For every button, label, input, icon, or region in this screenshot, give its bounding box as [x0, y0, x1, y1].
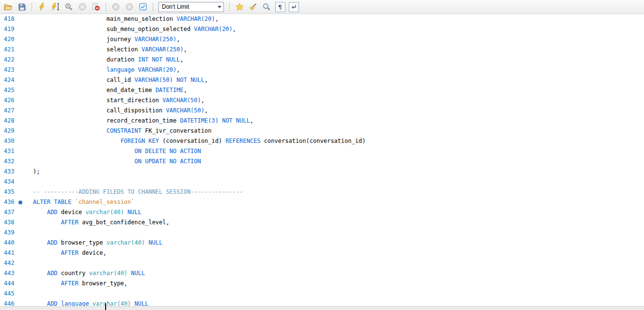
- limit-rows-dropdown[interactable]: Don't Limit: [158, 2, 224, 12]
- execute-statement-button[interactable]: [49, 1, 62, 13]
- commit-button[interactable]: [110, 1, 122, 13]
- code-line[interactable]: 423 language VARCHAR(20),: [0, 65, 644, 75]
- code-token: ,: [215, 16, 219, 22]
- execute-script-button[interactable]: [35, 1, 48, 13]
- code-token: ,: [250, 117, 253, 124]
- code-line[interactable]: 445: [0, 289, 644, 299]
- save-script-button[interactable]: [16, 1, 28, 13]
- rollback-button[interactable]: [123, 1, 136, 13]
- code-token: end_date_time: [107, 87, 156, 93]
- stop-on-error-toggle[interactable]: [90, 1, 102, 13]
- code-token: browser_type,: [79, 280, 127, 287]
- code-editor[interactable]: 418 main_menu_selection VARCHAR(20),419 …: [0, 14, 644, 310]
- code-line[interactable]: 421 selection VARCHAR(250),: [0, 45, 644, 55]
- code-line[interactable]: 443 ADD country varchar(40) NULL: [0, 268, 644, 279]
- code-text: start_direction VARCHAR(50),: [33, 95, 204, 106]
- code-line[interactable]: 440 ADD browser_type varchar(40) NULL: [0, 238, 644, 248]
- code-line[interactable]: 442: [0, 258, 644, 268]
- line-number: 423: [0, 65, 15, 75]
- stop-execution-icon: [79, 3, 86, 11]
- code-token: varchar(40): [89, 270, 127, 277]
- code-token: ADD: [47, 239, 58, 246]
- code-token: VARCHAR(50): [135, 77, 173, 83]
- code-text: -- ----------ADDING FILEDS TO CHANNEL SE…: [33, 187, 243, 197]
- line-number: 443: [0, 268, 15, 279]
- line-number: 419: [0, 24, 15, 34]
- code-token: -- ----------ADDING FILEDS TO CHANNEL SE…: [33, 188, 243, 195]
- code-text: call_disposition VARCHAR(50),: [33, 106, 208, 116]
- line-number: 424: [0, 75, 15, 85]
- code-text: ON DELETE NO ACTION: [33, 146, 201, 156]
- wrap-text-toggle[interactable]: [287, 1, 300, 13]
- code-line[interactable]: 432 ON UPDATE NO ACTION: [0, 156, 644, 167]
- line-marker-gutter: [15, 14, 33, 24]
- code-line[interactable]: 431 ON DELETE NO ACTION: [0, 146, 644, 156]
- explain-plan-button[interactable]: [63, 1, 75, 13]
- code-line[interactable]: 429 CONSTRAINT FK_ivr_conversation: [0, 126, 644, 136]
- limit-rows-value: Don't Limit: [162, 3, 189, 10]
- code-token: ,: [204, 77, 208, 83]
- line-marker-gutter: [15, 258, 33, 268]
- toolbar-separator: [229, 2, 230, 11]
- code-text: FOREIGN KEY (conversation_id) REFERENCES…: [33, 136, 365, 146]
- code-line[interactable]: 418 main_menu_selection VARCHAR(20),: [0, 14, 644, 24]
- code-line[interactable]: 436ALTER TABLE `channel_session`: [0, 197, 644, 207]
- find-button[interactable]: [260, 1, 273, 13]
- code-line[interactable]: 441 AFTER device,: [0, 248, 644, 258]
- code-token: VARCHAR(20): [176, 16, 215, 22]
- code-line[interactable]: 426 start_direction VARCHAR(50),: [0, 95, 644, 106]
- code-text: AFTER device,: [33, 248, 107, 258]
- code-text: duration INT NOT NULL,: [33, 55, 184, 65]
- code-line[interactable]: 425 end_date_time DATETIME,: [0, 85, 644, 95]
- code-text: );: [33, 167, 40, 177]
- explain-plan-icon: [65, 3, 73, 11]
- code-line[interactable]: 424 call_id VARCHAR(50) NOT NULL,: [0, 75, 644, 85]
- code-token: journey: [107, 36, 135, 43]
- code-token: `channel_session`: [75, 199, 135, 205]
- code-line[interactable]: 427 call_disposition VARCHAR(50),: [0, 106, 644, 116]
- code-token: ,: [201, 97, 204, 104]
- code-line[interactable]: 439: [0, 228, 644, 238]
- code-line[interactable]: 435-- ----------ADDING FILEDS TO CHANNEL…: [0, 187, 644, 197]
- code-line[interactable]: 420 journey VARCHAR(250),: [0, 34, 644, 45]
- code-line[interactable]: 422 duration INT NOT NULL,: [0, 55, 644, 65]
- code-token: ON UPDATE NO ACTION: [135, 158, 201, 165]
- code-line[interactable]: 433);: [0, 167, 644, 177]
- line-number: 434: [0, 177, 15, 187]
- line-number: 422: [0, 55, 15, 65]
- beautify-button[interactable]: [247, 1, 259, 13]
- line-number: 421: [0, 45, 15, 55]
- horizontal-scrollbar[interactable]: [0, 306, 644, 310]
- code-line[interactable]: 430 FOREIGN KEY (conversation_id) REFERE…: [0, 136, 644, 146]
- code-token: FOREIGN KEY: [121, 138, 159, 144]
- code-token: DATETIME(3): [180, 117, 218, 124]
- code-line[interactable]: 437 ADD device varchar(40) NULL: [0, 207, 644, 217]
- line-marker-gutter: [15, 248, 33, 258]
- toolbar-separator: [153, 2, 153, 11]
- show-invisibles-toggle[interactable]: ¶: [274, 1, 286, 13]
- code-line[interactable]: 428 record_creation_time DATETIME(3) NOT…: [0, 116, 644, 126]
- code-line[interactable]: 444 AFTER browser_type,: [0, 279, 644, 289]
- line-marker-gutter: [15, 187, 33, 197]
- code-text: ON UPDATE NO ACTION: [33, 156, 201, 167]
- commit-icon: [112, 3, 120, 11]
- autocommit-toggle[interactable]: [137, 1, 149, 13]
- code-line[interactable]: 438 AFTER avg_bot_confidence_level,: [0, 217, 644, 228]
- code-token: NOT NULL: [222, 117, 250, 124]
- open-script-button[interactable]: [2, 1, 15, 13]
- code-line[interactable]: 434: [0, 177, 644, 187]
- save-snippet-button[interactable]: [233, 1, 246, 13]
- line-number: 418: [0, 14, 15, 24]
- wrap-text-icon: [289, 2, 299, 12]
- stop-execution-button[interactable]: [76, 1, 89, 13]
- code-token: (conversation_id): [159, 138, 225, 144]
- line-marker-gutter: [15, 65, 33, 75]
- code-line[interactable]: 419 sub_menu_option_selected VARCHAR(20)…: [0, 24, 644, 34]
- rollback-icon: [126, 3, 133, 11]
- code-token: AFTER: [61, 219, 79, 226]
- line-number: 420: [0, 34, 15, 45]
- line-marker-gutter: [15, 106, 33, 116]
- line-marker-gutter: [15, 55, 33, 65]
- line-marker-gutter: [15, 156, 33, 167]
- code-text: sub_menu_option_selected VARCHAR(20),: [33, 24, 236, 34]
